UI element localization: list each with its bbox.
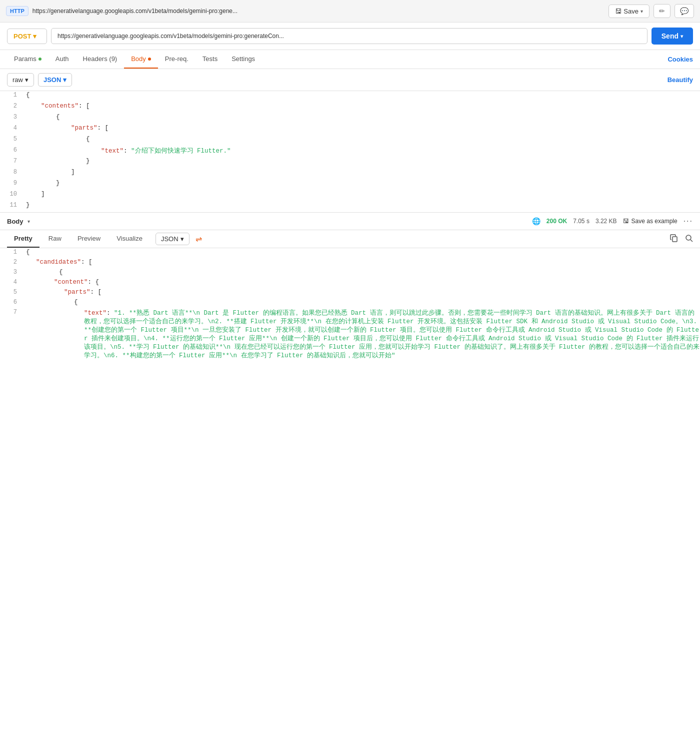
url-input[interactable] [51, 28, 648, 44]
code-line: 6 "text": "介绍下如何快速学习 Flutter." [0, 146, 700, 157]
save-icon: 🖫 [615, 8, 622, 15]
params-dot [38, 58, 42, 61]
copy-button[interactable] [670, 234, 678, 244]
save-example-icon: 🖫 [623, 218, 629, 225]
svg-point-1 [686, 235, 691, 240]
edit-button[interactable]: ✏ [654, 4, 670, 18]
svg-rect-0 [672, 237, 677, 242]
code-line: 8 ] [0, 168, 700, 179]
resp-tab-preview[interactable]: Preview [70, 230, 108, 248]
resp-tab-visualize[interactable]: Visualize [110, 230, 150, 248]
request-bar: POST ▾ Send ▾ [0, 23, 700, 50]
type-select[interactable]: JSON ▾ [38, 73, 72, 87]
code-line: 7 } [0, 157, 700, 168]
resp-line: 4 "content": { [0, 278, 700, 288]
resp-line: 1 { [0, 248, 700, 258]
code-line: 11 } [0, 201, 700, 212]
code-editor[interactable]: 1 { 2 "contents": [ 3 { 4 "parts": [ 5 {… [0, 91, 700, 213]
code-line: 10 ] [0, 190, 700, 201]
type-chevron-icon: ▾ [63, 76, 66, 84]
response-bar: Body ▾ 🌐 200 OK 7.05 s 3.22 KB 🖫 Save as… [0, 213, 700, 230]
response-body: 1 { 2 "candidates": [ 3 { 4 "content": {… [0, 248, 700, 360]
response-time: 7.05 s [573, 218, 590, 225]
tab-tests[interactable]: Tests [196, 50, 224, 69]
tab-headers[interactable]: Headers (9) [76, 50, 124, 69]
search-response-button[interactable] [685, 234, 693, 244]
code-line: 1 { [0, 91, 700, 102]
body-dot [148, 58, 151, 61]
format-select[interactable]: raw ▾ [7, 73, 34, 87]
more-options-button[interactable]: ··· [684, 217, 693, 226]
resp-tab-raw[interactable]: Raw [42, 230, 68, 248]
code-line: 4 "parts": [ [0, 124, 700, 135]
code-line: 2 "contents": [ [0, 102, 700, 113]
code-line: 3 { [0, 113, 700, 124]
response-label: Body [7, 218, 24, 225]
resp-line: 5 "parts": [ [0, 288, 700, 298]
resp-right-icons [670, 234, 693, 244]
save-button[interactable]: 🖫 Save ▾ [608, 5, 650, 18]
method-chevron-icon: ▾ [33, 33, 36, 40]
resp-line: 7 "text": "1. **熟悉 Dart 语言**\n Dart 是 Fl… [0, 308, 700, 360]
request-tabs: Params Auth Headers (9) Body Pre-req. Te… [0, 50, 700, 69]
cookies-link[interactable]: Cookies [668, 56, 693, 63]
tab-prereq[interactable]: Pre-req. [158, 50, 196, 69]
http-badge: HTTP [6, 6, 28, 16]
browser-bar: HTTP https://generativelanguage.googleap… [0, 0, 700, 23]
tab-settings[interactable]: Settings [224, 50, 262, 69]
beautify-button[interactable]: Beautify [668, 76, 693, 84]
format-chevron-icon: ▾ [25, 76, 28, 84]
browser-url: https://generativelanguage.googleapis.co… [32, 8, 605, 15]
send-chevron-icon: ▾ [680, 34, 683, 39]
resp-line: 6 { [0, 298, 700, 308]
resp-line: 3 { [0, 268, 700, 278]
code-line: 5 { [0, 135, 700, 146]
code-lines: 1 { 2 "contents": [ 3 { 4 "parts": [ 5 {… [0, 91, 700, 212]
comment-button[interactable]: 💬 [674, 4, 694, 18]
resp-format-label: JSON [161, 235, 178, 243]
tab-auth[interactable]: Auth [48, 50, 76, 69]
tab-params[interactable]: Params [7, 50, 48, 69]
method-label: POST [14, 33, 31, 40]
tab-body[interactable]: Body [124, 50, 158, 69]
status-badge: 200 OK [546, 218, 567, 225]
wrap-icon[interactable]: ⇌ [196, 234, 202, 244]
globe-icon: 🌐 [532, 217, 540, 225]
resp-format-chevron-icon: ▾ [180, 235, 184, 243]
save-example-button[interactable]: 🖫 Save as example [623, 218, 678, 225]
resp-tab-pretty[interactable]: Pretty [7, 230, 40, 248]
response-tabs: Pretty Raw Preview Visualize JSON ▾ ⇌ [0, 230, 700, 248]
code-line: 9 } [0, 179, 700, 190]
response-size: 3.22 KB [596, 218, 617, 225]
method-select[interactable]: POST ▾ [7, 29, 47, 44]
resp-format-select[interactable]: JSON ▾ [156, 233, 190, 245]
response-chevron-icon[interactable]: ▾ [28, 219, 30, 224]
body-toolbar: raw ▾ JSON ▾ Beautify [0, 69, 700, 91]
save-chevron-icon: ▾ [640, 9, 643, 14]
resp-line: 2 "candidates": [ [0, 258, 700, 268]
send-button[interactable]: Send ▾ [652, 28, 693, 45]
svg-line-2 [690, 240, 692, 242]
